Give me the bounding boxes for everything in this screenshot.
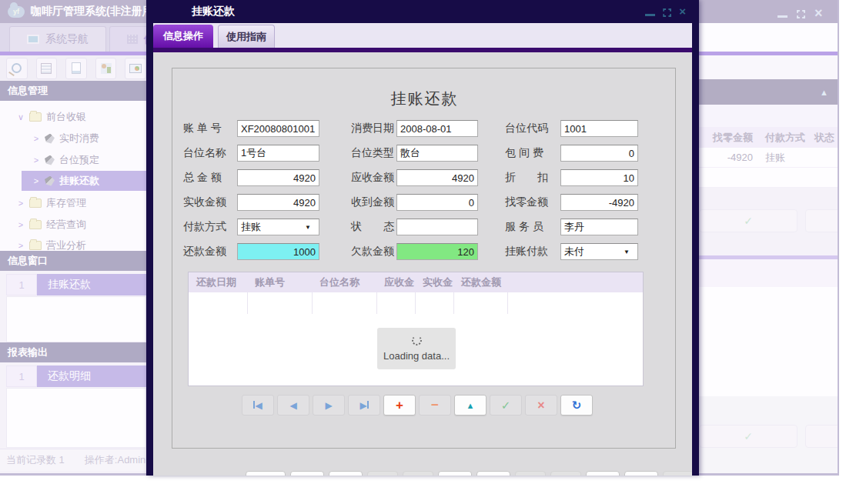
col-receivable: 应收金 bbox=[376, 275, 415, 289]
bottom-button[interactable] bbox=[438, 471, 472, 476]
chevron-right-icon: > bbox=[17, 199, 25, 208]
credit-pay-select[interactable]: 未付 ▼ bbox=[560, 243, 638, 260]
field-room-fee: 包 间 费 0 bbox=[505, 145, 638, 162]
maximize-icon[interactable] bbox=[663, 8, 671, 17]
change-input[interactable]: -4920 bbox=[560, 194, 638, 211]
total-amount-input[interactable]: 4920 bbox=[237, 169, 319, 186]
search-tool-button[interactable] bbox=[6, 58, 28, 79]
status-input[interactable] bbox=[396, 219, 478, 235]
tree-item-credit-repay[interactable]: > 挂账还款 bbox=[22, 171, 146, 191]
debt-amount-input[interactable]: 120 bbox=[396, 243, 478, 260]
field-label: 付款方式 bbox=[183, 220, 237, 234]
bottom-button[interactable] bbox=[329, 471, 363, 476]
close-icon[interactable]: × bbox=[679, 5, 686, 18]
first-record-button[interactable]: ◀ bbox=[242, 395, 274, 416]
actual-amount-input[interactable]: 4920 bbox=[237, 194, 319, 211]
records-tool-button[interactable] bbox=[36, 58, 58, 79]
table-code-input[interactable]: 1001 bbox=[560, 120, 638, 137]
screen: yf 咖啡厅管理系统(非注册用户 系统导航 信息操作 信息管理 bbox=[0, 0, 846, 504]
bottom-button[interactable] bbox=[515, 471, 546, 476]
tree-item-table-reserve[interactable]: > 台位预定 bbox=[0, 151, 146, 169]
delete-record-button[interactable]: − bbox=[419, 395, 451, 416]
col-status: 状态 bbox=[810, 131, 839, 145]
minimize-icon[interactable] bbox=[777, 15, 787, 18]
chevron-right-icon: > bbox=[17, 220, 25, 229]
collapse-icon[interactable]: ▲ bbox=[820, 88, 828, 97]
operator: 操作者:Admin bbox=[85, 453, 145, 467]
cancel-button[interactable]: × bbox=[805, 209, 839, 232]
col-repay-amount: 还款金额 bbox=[453, 275, 507, 289]
info-window-item-credit-repay[interactable]: 1 挂账还款 bbox=[6, 274, 146, 295]
bottom-button[interactable] bbox=[586, 471, 620, 476]
section-report-output: 报表输出 bbox=[0, 342, 146, 362]
grid-body[interactable]: Loading data... bbox=[189, 292, 643, 386]
refresh-icon: ↻ bbox=[572, 399, 582, 412]
chevron-down-icon[interactable]: ▼ bbox=[619, 244, 634, 259]
bottom-button[interactable] bbox=[246, 471, 286, 476]
room-fee-input[interactable]: 0 bbox=[560, 145, 638, 162]
receivable-input[interactable]: 4920 bbox=[396, 169, 478, 186]
next-record-button[interactable]: ▶ bbox=[313, 395, 345, 416]
restore-icon[interactable] bbox=[797, 10, 805, 18]
discount-input[interactable]: 10 bbox=[560, 169, 638, 186]
prior-record-button[interactable]: ◀ bbox=[277, 395, 309, 416]
tree-label: 前台收银 bbox=[46, 110, 86, 124]
dialog-title: 挂账还款 bbox=[192, 5, 235, 18]
insert-record-button[interactable]: + bbox=[383, 395, 416, 416]
tree-item-front-cashier[interactable]: ∨ 前台收银 bbox=[0, 108, 146, 126]
bottom-button[interactable] bbox=[663, 471, 694, 476]
right-button-row: ✓ × bbox=[699, 209, 839, 232]
tree-item-stock-manage[interactable]: > 库存管理 bbox=[0, 194, 146, 212]
bottom-button[interactable] bbox=[403, 471, 433, 476]
field-label: 总 金 额 bbox=[183, 171, 237, 185]
bill-no-input[interactable]: XF20080801001 bbox=[237, 120, 319, 137]
bottom-button[interactable] bbox=[477, 471, 510, 476]
selected-value: 挂账 bbox=[241, 220, 261, 234]
right-bottom-button-row: ✓ × bbox=[699, 425, 839, 448]
grid-row[interactable]: -4920 挂账 bbox=[699, 148, 839, 168]
bottom-button[interactable] bbox=[367, 471, 398, 476]
section-title: 信息窗口 bbox=[8, 254, 48, 268]
edit-record-button[interactable]: ▲ bbox=[454, 395, 487, 416]
confirm-button[interactable]: ✓ bbox=[699, 209, 798, 232]
bottom-button-row bbox=[246, 471, 694, 476]
grid-row-empty[interactable] bbox=[699, 168, 839, 188]
tab-info-operation[interactable]: 信息操作 bbox=[153, 25, 213, 48]
next-icon: ▶ bbox=[325, 400, 332, 411]
screen-report-tool-button[interactable] bbox=[125, 58, 146, 79]
check-icon: ✓ bbox=[744, 430, 753, 442]
document-tool-button[interactable] bbox=[65, 58, 87, 79]
bottom-button[interactable] bbox=[290, 471, 324, 476]
chevron-down-icon[interactable]: ▼ bbox=[300, 219, 316, 235]
staff-report-tool-button[interactable] bbox=[95, 58, 117, 79]
bottom-button[interactable] bbox=[550, 471, 581, 476]
right-data-grid: 找零金额 付款方式 状态 -4920 挂账 bbox=[699, 127, 839, 188]
refresh-button[interactable]: ↻ bbox=[560, 395, 593, 416]
last-record-button[interactable]: ▶ bbox=[348, 395, 380, 416]
dialog-titlebar[interactable]: 挂账还款 × bbox=[153, 0, 692, 23]
tree-label: 实时消费 bbox=[59, 132, 99, 145]
post-edit-button[interactable]: ✓ bbox=[490, 395, 522, 416]
item-label: 还款明细 bbox=[37, 365, 146, 387]
minimize-icon[interactable] bbox=[645, 14, 655, 16]
confirm-button[interactable]: ✓ bbox=[699, 425, 798, 448]
close-icon[interactable]: × bbox=[814, 6, 823, 20]
tool-icon bbox=[45, 134, 55, 144]
right-light-strip2 bbox=[699, 105, 839, 127]
consume-date-input[interactable]: 2008-08-01 bbox=[396, 120, 478, 137]
waiter-input[interactable]: 李丹 bbox=[560, 219, 638, 235]
cancel-edit-button[interactable]: × bbox=[525, 395, 557, 416]
tab-system-nav[interactable]: 系统导航 bbox=[9, 26, 106, 52]
received-input[interactable]: 0 bbox=[396, 194, 478, 211]
repay-amount-input[interactable]: 1000 bbox=[237, 243, 319, 260]
bottom-button[interactable] bbox=[624, 471, 658, 476]
tab-user-guide[interactable]: 使用指南 bbox=[218, 25, 275, 48]
item-index: 1 bbox=[6, 274, 37, 295]
tree-item-realtime-consume[interactable]: > 实时消费 bbox=[0, 129, 146, 148]
report-item-repay-detail[interactable]: 1 还款明细 bbox=[6, 365, 146, 387]
table-name-input[interactable]: 1号台 bbox=[237, 145, 319, 162]
tree-item-business-query[interactable]: > 经营查询 bbox=[0, 215, 146, 234]
pay-method-select[interactable]: 挂账 ▼ bbox=[237, 219, 319, 235]
table-type-input[interactable]: 散台 bbox=[396, 145, 478, 162]
cancel-button[interactable]: × bbox=[805, 425, 839, 448]
